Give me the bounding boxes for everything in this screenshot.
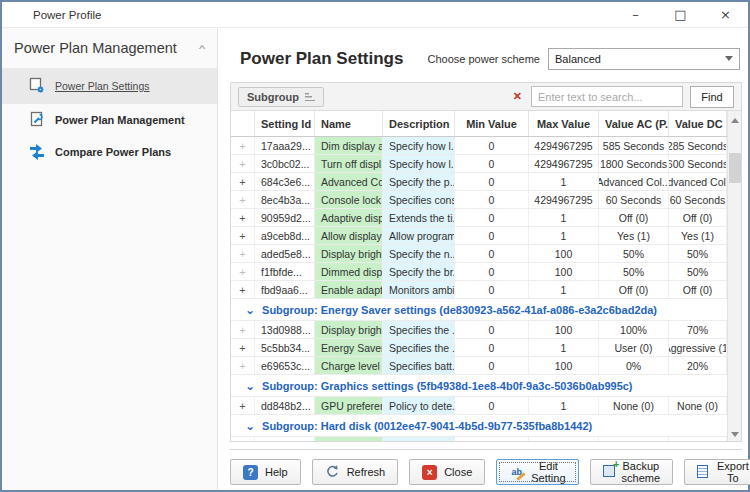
- sidebar-item[interactable]: Compare Power Plans: [2, 136, 217, 168]
- column-header[interactable]: Min Value: [455, 111, 529, 136]
- column-header[interactable]: Value DC (O...: [669, 111, 727, 136]
- clear-search-icon[interactable]: ✕: [504, 90, 531, 103]
- window-controls: – □ ×: [613, 2, 748, 27]
- vertical-scrollbar[interactable]: [727, 111, 741, 442]
- title-bar: Power Profile – □ ×: [2, 2, 748, 28]
- expand-button[interactable]: +: [231, 263, 255, 280]
- close-button[interactable]: ×Close: [409, 459, 485, 485]
- table-row[interactable]: +684c3e6...Advanced Col...Specify the p.…: [231, 173, 727, 191]
- cell-description: Specify the p...: [383, 173, 455, 190]
- table-row[interactable]: +f1fbfde...Dimmed displa...Specify the b…: [231, 263, 727, 281]
- backup-scheme-button[interactable]: +Backup scheme: [590, 459, 674, 485]
- scroll-up-icon[interactable]: [728, 113, 742, 127]
- cell-setting-id: 0b2d69d...: [255, 437, 315, 442]
- expand-button[interactable]: +: [231, 397, 255, 414]
- cell-description: Extends the ti...: [383, 209, 455, 226]
- subgroup-label: Subgroup: Graphics settings (5fb4938d-1e…: [262, 380, 632, 392]
- cell-value-ac: User (0): [599, 339, 669, 356]
- cell-name: Display bright...: [315, 321, 383, 338]
- cell-setting-id: 17aaa29...: [255, 137, 315, 154]
- table-row[interactable]: +0b2d69d...AHCI Link P...Configures the.…: [231, 437, 727, 442]
- cell-value-ac: 60 Seconds: [599, 191, 669, 208]
- button-label: Backup scheme: [622, 460, 661, 484]
- sidebar-item[interactable]: Power Plan Settings: [2, 68, 217, 104]
- expand-button[interactable]: +: [231, 191, 255, 208]
- expand-button[interactable]: +: [231, 227, 255, 244]
- group-by-chip-subgroup[interactable]: Subgroup: [238, 87, 324, 107]
- table-row[interactable]: +dd848b2...GPU preferen...Policy to dete…: [231, 397, 727, 415]
- button-label: Close: [444, 466, 472, 478]
- expand-button[interactable]: +: [231, 281, 255, 298]
- table-row[interactable]: +e69653c...Charge levelSpecifies batt...…: [231, 357, 727, 375]
- cell-max-value: 1: [529, 437, 599, 442]
- table-row[interactable]: +17aaa29...Dim display af...Specify how …: [231, 137, 727, 155]
- expand-button[interactable]: +: [231, 437, 255, 442]
- column-header[interactable]: Description: [383, 111, 455, 136]
- table-row[interactable]: +8ec4b3a...Console lock d...Specifies co…: [231, 191, 727, 209]
- page-title: Power Plan Settings: [240, 49, 403, 69]
- group-by-panel: Subgroup ✕ Find: [231, 83, 741, 111]
- minimize-button[interactable]: –: [613, 2, 658, 27]
- expand-button[interactable]: +: [231, 173, 255, 190]
- subgroup-header-row[interactable]: ⌄Subgroup: Graphics settings (5fb4938d-1…: [231, 375, 727, 397]
- expand-button[interactable]: +: [231, 245, 255, 262]
- cell-name: Turn off displ...: [315, 155, 383, 172]
- cell-max-value: 100: [529, 263, 599, 280]
- expand-button[interactable]: +: [231, 339, 255, 356]
- maximize-button[interactable]: □: [658, 2, 703, 27]
- find-button[interactable]: Find: [690, 86, 734, 108]
- sidebar-item-label: Power Plan Settings: [55, 80, 150, 92]
- expand-button[interactable]: +: [231, 155, 255, 172]
- expand-button[interactable]: +: [231, 321, 255, 338]
- sidebar-group-header[interactable]: Power Plan Management ^: [2, 38, 217, 68]
- scroll-thumb[interactable]: [729, 153, 741, 183]
- table-row[interactable]: +a9ceb8d...Allow display r...Allow progr…: [231, 227, 727, 245]
- subgroup-header-row[interactable]: ⌄Subgroup: Hard disk (0012ee47-9041-4b5d…: [231, 415, 727, 437]
- help-button[interactable]: ?Help: [230, 459, 301, 485]
- cell-min-value: 0: [455, 281, 529, 298]
- table-row[interactable]: +13d0988...Display bright...Specifies th…: [231, 321, 727, 339]
- export-to-button[interactable]: Export To: [684, 459, 750, 485]
- edit-setting-button[interactable]: abEdit Setting: [496, 459, 578, 485]
- sort-ascending-icon: [305, 92, 315, 101]
- help-icon: ?: [243, 465, 258, 480]
- refresh-button[interactable]: Refresh: [312, 459, 399, 485]
- cell-value-ac: 50%: [599, 263, 669, 280]
- settings-grid: Subgroup ✕ Find Setting IdNameDescriptio…: [230, 82, 742, 442]
- cell-description: Specifies batt...: [383, 357, 455, 374]
- expand-button[interactable]: +: [231, 137, 255, 154]
- scroll-down-icon[interactable]: [728, 427, 742, 441]
- column-header[interactable]: Value AC (P...: [599, 111, 669, 136]
- column-header[interactable]: Setting Id: [255, 111, 315, 136]
- cell-name: AHCI Link P...: [315, 437, 383, 442]
- cell-setting-id: a9ceb8d...: [255, 227, 315, 244]
- power-scheme-select[interactable]: Balanced: [548, 48, 740, 70]
- close-button[interactable]: ×: [703, 2, 748, 27]
- table-row[interactable]: +5c5bb34...Energy Saver ...Specifies the…: [231, 339, 727, 357]
- expand-column-header[interactable]: [231, 111, 255, 136]
- cell-name: Charge level: [315, 357, 383, 374]
- expand-button[interactable]: +: [231, 209, 255, 226]
- cell-value-dc: 285 Seconds: [669, 137, 727, 154]
- search-input[interactable]: [531, 86, 683, 107]
- sidebar-item[interactable]: Power Plan Management: [2, 104, 217, 136]
- cell-value-ac: 1800 Seconds: [599, 155, 669, 172]
- table-row[interactable]: +aded5e8...Display bright...Specify the …: [231, 245, 727, 263]
- expand-button[interactable]: +: [231, 357, 255, 374]
- collapse-chevron-icon[interactable]: ^: [199, 42, 205, 53]
- cell-setting-id: 8ec4b3a...: [255, 191, 315, 208]
- table-row[interactable]: +3c0bc02...Turn off displ...Specify how …: [231, 155, 727, 173]
- column-header[interactable]: Max Value: [529, 111, 599, 136]
- sidebar-item-label: Power Plan Management: [55, 114, 185, 126]
- cell-max-value: 1: [529, 227, 599, 244]
- cell-min-value: 0: [455, 397, 529, 414]
- cell-min-value: 0: [455, 137, 529, 154]
- column-header[interactable]: Name: [315, 111, 383, 136]
- table-row[interactable]: +90959d2...Adaptive displ...Extends the …: [231, 209, 727, 227]
- subgroup-header-row[interactable]: ⌄Subgroup: Energy Saver settings (de8309…: [231, 299, 727, 321]
- cell-min-value: 0: [455, 173, 529, 190]
- table-row[interactable]: +fbd9aa6...Enable adapti...Monitors ambi…: [231, 281, 727, 299]
- cell-min-value: 0: [455, 321, 529, 338]
- cell-value-dc: 20%: [669, 357, 727, 374]
- cell-name: Advanced Col...: [315, 173, 383, 190]
